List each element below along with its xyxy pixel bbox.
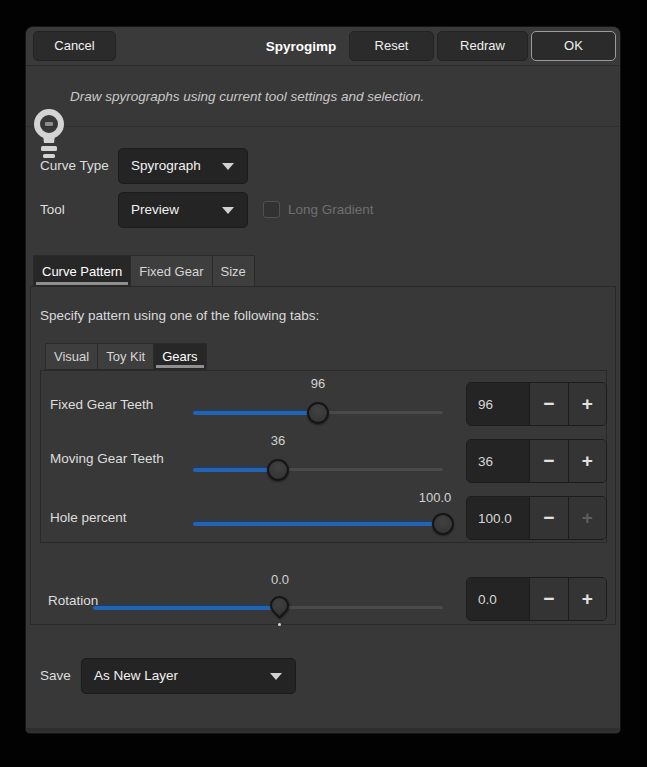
- save-dropdown[interactable]: As New Layer: [81, 658, 296, 694]
- cancel-button[interactable]: Cancel: [33, 31, 116, 61]
- slider-knob[interactable]: [267, 459, 289, 481]
- tab-size[interactable]: Size: [213, 255, 255, 287]
- moving-gear-teeth-entry[interactable]: 36: [467, 440, 529, 482]
- tool-dropdown[interactable]: Preview: [118, 192, 248, 228]
- hole-percent-slider[interactable]: [193, 522, 443, 525]
- dialog-description: Draw spyrographs using current tool sett…: [70, 66, 610, 127]
- rotation-slider[interactable]: [93, 606, 443, 609]
- hole-percent-spinbox: 100.0 − +: [466, 496, 607, 540]
- slider-mark: [278, 623, 281, 626]
- pattern-instruction: Specify pattern using one of the followi…: [40, 308, 319, 323]
- slider-knob[interactable]: [432, 513, 454, 535]
- moving-gear-teeth-spinbox: 36 − +: [466, 439, 607, 483]
- fixed-gear-teeth-spinbox: 96 − +: [466, 382, 607, 426]
- slider-fill: [193, 410, 318, 415]
- long-gradient-label: Long Gradient: [288, 192, 374, 228]
- save-value: As New Layer: [94, 659, 178, 693]
- rotation-spinbox: 0.0 − +: [466, 577, 607, 621]
- spyrogimp-dialog: Cancel Spyrogimp Reset Redraw OK Draw sp…: [26, 27, 620, 733]
- curve-type-value: Spyrograph: [131, 149, 201, 183]
- pattern-tabstrip: Curve Pattern Fixed Gear Size: [33, 255, 255, 287]
- tab-curve-pattern[interactable]: Curve Pattern: [33, 255, 131, 287]
- plus-button[interactable]: +: [568, 578, 607, 620]
- plus-button: +: [568, 497, 607, 539]
- minus-button[interactable]: −: [529, 383, 568, 425]
- redraw-button[interactable]: Redraw: [437, 31, 528, 61]
- tool-label: Tool: [40, 192, 65, 228]
- moving-gear-teeth-label: Moving Gear Teeth: [50, 451, 164, 466]
- rotation-label: Rotation: [48, 593, 98, 608]
- hole-percent-entry[interactable]: 100.0: [467, 497, 529, 539]
- slider-value: 0.0: [240, 572, 320, 587]
- headerbar: Cancel Spyrogimp Reset Redraw OK: [26, 27, 620, 66]
- long-gradient-checkbox: [263, 201, 280, 218]
- gears-tabstrip: Visual Toy Kit Gears: [45, 343, 207, 370]
- window-edge: [26, 728, 620, 733]
- slider-knob[interactable]: [307, 402, 329, 424]
- fixed-gear-teeth-entry[interactable]: 96: [467, 383, 529, 425]
- tab-gears[interactable]: Gears: [154, 343, 206, 370]
- fixed-gear-teeth-label: Fixed Gear Teeth: [50, 397, 153, 412]
- chevron-down-icon: [270, 673, 282, 680]
- rotation-entry[interactable]: 0.0: [467, 578, 529, 620]
- curve-type-label: Curve Type: [40, 148, 109, 184]
- slider-value: 100.0: [395, 490, 475, 505]
- slider-value: 36: [238, 433, 318, 448]
- chevron-down-icon: [222, 207, 234, 214]
- moving-gear-teeth-slider[interactable]: [193, 468, 443, 471]
- info-band: Draw spyrographs using current tool sett…: [26, 66, 620, 127]
- curve-type-dropdown[interactable]: Spyrograph: [118, 148, 248, 184]
- minus-button[interactable]: −: [529, 578, 568, 620]
- tab-visual[interactable]: Visual: [45, 343, 98, 370]
- reset-button[interactable]: Reset: [349, 31, 434, 61]
- tab-fixed-gear[interactable]: Fixed Gear: [131, 255, 212, 287]
- chevron-down-icon: [222, 163, 234, 170]
- hole-percent-label: Hole percent: [50, 510, 127, 525]
- slider-fill: [193, 521, 443, 526]
- minus-button[interactable]: −: [529, 440, 568, 482]
- plus-button[interactable]: +: [568, 440, 607, 482]
- save-label: Save: [40, 658, 71, 694]
- slider-fill: [193, 467, 278, 472]
- minus-button[interactable]: −: [529, 497, 568, 539]
- tab-toy-kit[interactable]: Toy Kit: [98, 343, 154, 370]
- slider-value: 96: [278, 376, 358, 391]
- plus-button[interactable]: +: [568, 383, 607, 425]
- tool-value: Preview: [131, 193, 179, 227]
- slider-fill: [93, 605, 279, 610]
- ok-button[interactable]: OK: [531, 31, 616, 61]
